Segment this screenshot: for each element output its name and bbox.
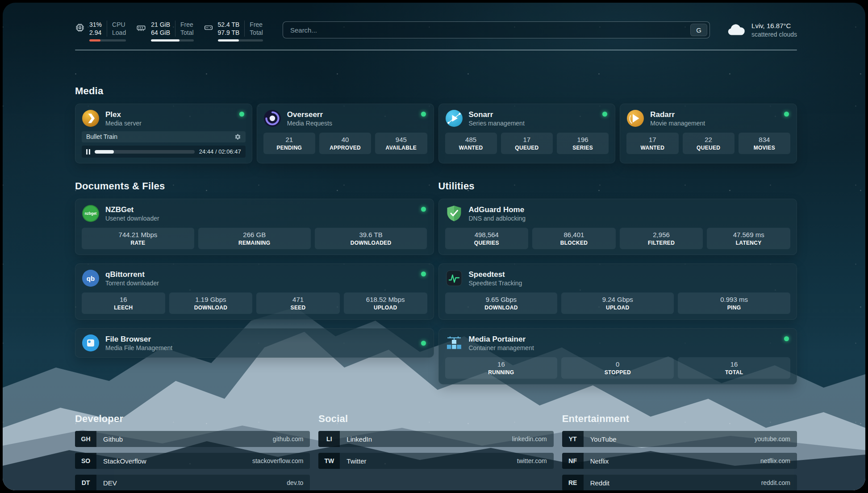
status-dot [784, 336, 789, 341]
stat-label: QUEUED [503, 145, 551, 151]
stat-value: 39.6 TB [317, 231, 426, 239]
bookmark-youtube[interactable]: YT YouTube youtube.com [562, 431, 797, 447]
ram-usage-bar [151, 39, 193, 42]
app-subtitle: Media server [105, 119, 142, 127]
stat-box: 471 SEED [256, 292, 340, 314]
stat-value: 471 [258, 296, 338, 304]
stat-value: 945 [377, 136, 425, 144]
bookmark-abbr: DT [75, 475, 96, 490]
bookmark-dev[interactable]: DT DEV dev.to [75, 475, 310, 490]
stat-label: QUEUED [684, 145, 733, 151]
app-card-portainer[interactable]: Media Portainer Container management 16 … [438, 328, 797, 384]
bookmark-name: YouTube [590, 435, 617, 443]
stat-value: 47.569 ms [709, 231, 789, 239]
stat-value: 22 [684, 136, 733, 144]
stat-label: DOWNLOAD [171, 305, 251, 311]
nzbget-icon: nzbget [82, 205, 100, 222]
section-utilities: Utilities AdGuard Home DNS and adblockin… [438, 180, 797, 384]
bookmark-name: Github [103, 435, 123, 443]
stat-box: 86,401 BLOCKED [532, 228, 616, 249]
stat-label: REMAINING [200, 240, 309, 246]
app-card-overseerr[interactable]: Overseerr Media Requests 21 PENDING 40 A… [257, 104, 434, 163]
app-card-speedtest[interactable]: Speedtest Speedtest Tracking 9.65 Gbps D… [438, 263, 797, 320]
app-card-nzbget[interactable]: nzbget NZBGet Usenet downloader 744.21 M… [75, 199, 434, 255]
ram-free-value: 21 GiB [151, 21, 170, 29]
stat-value: 744.21 Mbps [83, 231, 192, 239]
stat-box: 17 QUEUED [501, 133, 553, 154]
search-input[interactable] [290, 26, 690, 34]
bookmark-github[interactable]: GH Github github.com [75, 431, 310, 447]
stat-label: FILTERED [622, 240, 701, 246]
app-card-plex[interactable]: Plex Media server Bullet Train 24:44 / [75, 104, 252, 163]
app-card-qbittorrent[interactable]: qb qBittorrent Torrent downloader 16 LEE… [75, 263, 434, 320]
stat-box: 0 STOPPED [561, 357, 674, 379]
pause-icon[interactable] [86, 149, 90, 155]
bookmark-stackoverflow[interactable]: SO StackOverflow stackoverflow.com [75, 453, 310, 469]
status-dot [421, 207, 426, 212]
stat-box: 744.21 Mbps RATE [82, 228, 194, 249]
qbittorrent-icon-text: qb [87, 275, 95, 282]
stat-value: 9.24 Gbps [563, 296, 672, 304]
stat-value: 834 [740, 136, 789, 144]
disk-widget: 52.4 TB 97.9 TB Free Total [204, 21, 263, 42]
section-social: Social LI LinkedIn linkedin.com TW Twitt… [318, 413, 553, 490]
app-card-filebrowser[interactable]: File Browser Media File Management [75, 328, 434, 358]
stat-box: 39.6 TB DOWNLOADED [315, 228, 427, 249]
stat-value: 0.993 ms [680, 296, 789, 304]
bookmark-linkedin[interactable]: LI LinkedIn linkedin.com [318, 431, 553, 447]
ram-total-label: Total [180, 29, 194, 37]
app-name: File Browser [105, 334, 172, 344]
search-engine-button[interactable]: G [690, 24, 707, 36]
bookmark-twitter[interactable]: TW Twitter twitter.com [318, 453, 553, 469]
stat-value: 16 [447, 360, 556, 368]
stat-box: 21 PENDING [263, 133, 315, 154]
stat-label: APPROVED [321, 145, 369, 151]
section-title-media: Media [75, 85, 797, 97]
gear-icon[interactable] [234, 134, 241, 140]
stat-box: 1.19 Gbps DOWNLOAD [169, 292, 253, 314]
playback-time: 24:44 / 02:06:47 [199, 148, 241, 155]
stat-box: 16 RUNNING [445, 357, 558, 379]
playback-row: 24:44 / 02:06:47 [82, 146, 246, 158]
dashboard-window: 31% 2.94 CPU Load [3, 3, 865, 490]
app-subtitle: DNS and adblocking [469, 214, 526, 222]
search-bar[interactable]: G [283, 21, 710, 38]
stat-label: UPLOAD [563, 305, 672, 311]
section-title-social: Social [318, 413, 553, 425]
bookmark-url: dev.to [287, 479, 303, 486]
stat-label: DOWNLOAD [447, 305, 556, 311]
app-name: AdGuard Home [469, 205, 526, 214]
section-title-documents: Documents & Files [75, 180, 434, 192]
now-playing-title: Bullet Train [86, 133, 117, 141]
status-dot [421, 112, 426, 117]
app-card-adguard[interactable]: AdGuard Home DNS and adblocking 498,564 … [438, 199, 797, 255]
stat-value: 2,956 [622, 231, 701, 239]
bookmark-name: DEV [103, 479, 117, 487]
cpu-icon [75, 23, 85, 42]
app-card-radarr[interactable]: Radarr Movie management 17 WANTED 22 QUE… [620, 104, 797, 163]
section-developer: Developer GH Github github.com SO StackO… [75, 413, 310, 490]
bookmark-name: Reddit [590, 479, 609, 487]
bookmark-abbr: RE [562, 475, 584, 490]
app-name: Sonarr [469, 110, 525, 119]
bookmark-reddit[interactable]: RE Reddit reddit.com [562, 475, 797, 490]
stat-value: 17 [503, 136, 551, 144]
bookmark-name: Netflix [590, 457, 609, 465]
bookmark-url: stackoverflow.com [252, 457, 303, 464]
stat-box: 618.52 Mbps UPLOAD [344, 292, 427, 314]
cpu-load-value: 2.94 [89, 29, 102, 37]
stat-label: UPLOAD [346, 305, 426, 311]
stat-label: TOTAL [680, 369, 789, 376]
filebrowser-icon [82, 334, 100, 352]
stat-box: 16 TOTAL [678, 357, 790, 379]
bookmark-name: StackOverflow [103, 457, 146, 465]
stat-box: 196 SERIES [557, 133, 609, 154]
ram-icon [136, 23, 146, 42]
app-card-sonarr[interactable]: Sonarr Series management 485 WANTED 17 Q… [438, 104, 616, 163]
disk-free-label: Free [250, 21, 263, 29]
stat-value: 40 [321, 136, 369, 144]
stat-box: 498,564 QUERIES [445, 228, 529, 249]
bookmark-name: Twitter [346, 457, 366, 465]
app-subtitle: Torrent downloader [105, 279, 159, 287]
bookmark-netflix[interactable]: NF Netflix netflix.com [562, 453, 797, 469]
